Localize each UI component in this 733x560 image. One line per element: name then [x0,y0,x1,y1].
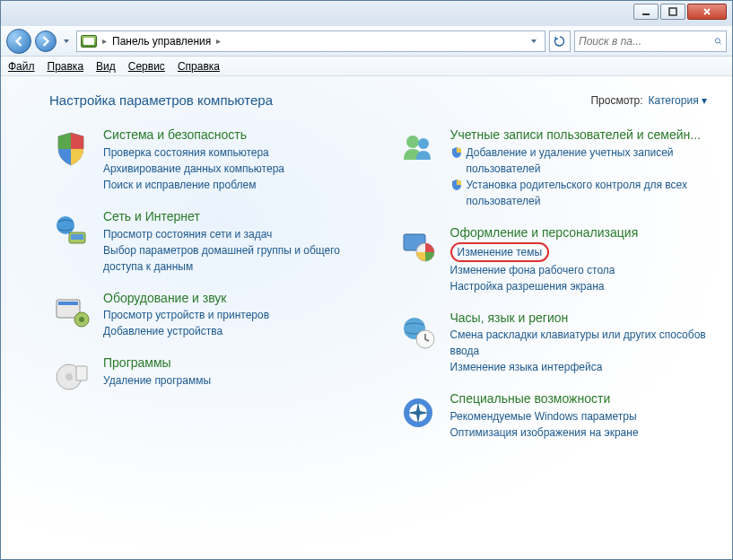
address-bar[interactable]: ▸ Панель управления ▸ [76,31,545,52]
cat-link-change-theme[interactable]: Изменение темы [458,246,543,258]
svg-point-11 [65,373,73,381]
svg-rect-5 [71,234,83,240]
menu-tools[interactable]: Сервис [128,60,165,73]
svg-point-3 [57,216,74,234]
svg-rect-0 [642,13,650,15]
minimize-button[interactable] [633,4,659,20]
search-box[interactable] [574,31,727,52]
menu-edit[interactable]: Правка [48,60,84,73]
menu-bar: Файл Правка Вид Сервис Справка [1,57,732,76]
cat-link[interactable]: Выбор параметров домашней группы и общег… [103,242,361,275]
view-by-label: Просмотр: [590,94,642,107]
back-button[interactable] [6,29,31,54]
cat-link[interactable]: Удаление программы [103,372,361,389]
page-title: Настройка параметров компьютера [49,92,273,108]
maximize-button[interactable] [660,4,685,20]
cat-clock-region: Часы, язык и регион Смена раскладки клав… [397,311,708,376]
menu-help[interactable]: Справка [178,60,220,73]
cat-title[interactable]: Система и безопасность [103,127,361,143]
nav-history-dropdown[interactable] [60,32,73,50]
nav-toolbar: ▸ Панель управления ▸ [1,26,732,57]
left-column: Система и безопасность Проверка состояни… [49,127,361,441]
menu-file[interactable]: Файл [8,60,35,73]
cat-link[interactable]: Добавление и удаление учетных записей по… [467,144,708,177]
cat-title[interactable]: Программы [103,355,361,371]
search-input[interactable] [579,35,714,48]
cat-link[interactable]: Просмотр устройств и принтеров [103,307,361,323]
programs-icon [49,355,92,398]
view-by-dropdown[interactable]: Категория ▾ [649,94,707,107]
breadcrumb-separator: ▸ [102,36,107,46]
content-area: Настройка параметров компьютера Просмотр… [1,76,732,559]
categories: Система и безопасность Проверка состояни… [49,127,707,441]
cat-network: Сеть и Интернет Просмотр состояния сети … [49,209,361,275]
breadcrumb-separator[interactable]: ▸ [216,36,221,46]
cat-link[interactable]: Изменение языка интерфейса [450,359,708,375]
cat-hardware: Оборудование и звук Просмотр устройств и… [49,291,361,340]
cat-link[interactable]: Просмотр состояния сети и задач [103,226,361,242]
cat-appearance: Оформление и персонализация Изменение те… [397,225,708,294]
hardware-icon [49,291,92,334]
cat-link[interactable]: Рекомендуемые Windows параметры [450,408,708,424]
appearance-icon [397,225,440,268]
cat-accessibility: Специальные возможности Рекомендуемые Wi… [397,391,708,441]
cat-title[interactable]: Сеть и Интернет [103,209,361,224]
cat-title[interactable]: Часы, язык и регион [450,311,708,326]
uac-shield-icon [450,146,463,159]
svg-point-2 [715,38,720,42]
svg-rect-7 [58,302,78,305]
cat-link[interactable]: Добавление устройства [103,323,361,339]
cat-link[interactable]: Оптимизация изображения на экране [450,424,708,441]
close-button[interactable] [687,4,727,20]
svg-rect-12 [76,366,87,381]
cat-system-security: Система и безопасность Проверка состояни… [49,127,361,193]
cat-link[interactable]: Смена раскладки клавиатуры или других сп… [450,327,708,359]
view-by: Просмотр: Категория ▾ [590,94,707,107]
search-icon [714,35,722,48]
accessibility-icon [397,391,440,434]
cat-link[interactable]: Установка родительского контроля для все… [467,177,708,209]
cat-programs: Программы Удаление программы [49,355,361,398]
svg-point-14 [418,138,429,149]
content-header: Настройка параметров компьютера Просмотр… [49,92,707,108]
cat-title[interactable]: Учетные записи пользователей и семейн... [450,127,708,143]
uac-shield-icon [450,179,463,191]
clock-region-icon [397,311,440,354]
svg-point-9 [79,317,84,322]
forward-button[interactable] [35,31,57,52]
system-security-icon [49,127,92,171]
cat-link[interactable]: Поиск и исправление проблем [103,177,361,193]
control-panel-icon [81,35,97,48]
breadcrumb-location[interactable]: Панель управления [112,35,211,48]
cat-title[interactable]: Специальные возможности [450,391,708,407]
cat-link[interactable]: Настройка разрешения экрана [450,278,708,294]
highlighted-link: Изменение темы [450,242,550,262]
network-icon [49,209,92,252]
titlebar [1,1,732,26]
svg-point-13 [406,136,419,148]
svg-rect-1 [669,8,676,15]
cat-link[interactable]: Изменение фона рабочего стола [450,262,708,278]
menu-view[interactable]: Вид [96,60,116,73]
refresh-button[interactable] [549,31,571,52]
cat-link[interactable]: Проверка состояния компьютера [103,144,361,161]
address-dropdown[interactable] [527,38,541,45]
control-panel-window: ▸ Панель управления ▸ Файл Правка Вид Се… [0,0,733,560]
cat-users: Учетные записи пользователей и семейн...… [397,127,708,209]
cat-title[interactable]: Оборудование и звук [103,291,361,306]
cat-link[interactable]: Архивирование данных компьютера [103,161,361,177]
right-column: Учетные записи пользователей и семейн...… [397,127,708,441]
users-icon [397,127,440,171]
cat-title[interactable]: Оформление и персонализация [450,225,708,241]
